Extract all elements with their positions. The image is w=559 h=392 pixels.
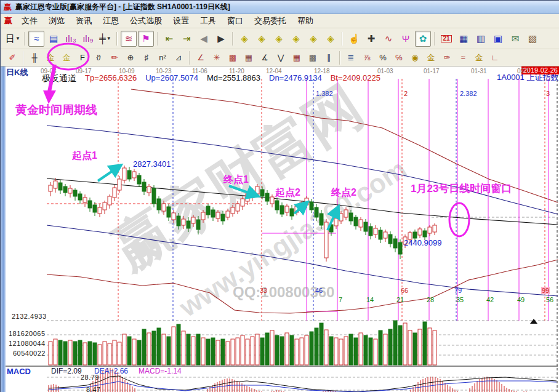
n-square-tool-icon: n² [159,54,166,62]
volume-bar [147,333,151,365]
prev-bar-button[interactable]: ◀ [196,31,212,47]
brush-flag-tool-button[interactable]: ✑ [440,51,454,65]
volume-bar [280,337,284,365]
hand-tool-icon: ☝ [348,34,360,43]
gann-grid-tool-button[interactable]: ▦ [241,51,256,65]
volume-bar [374,339,377,365]
toolbar-separator [339,51,340,65]
mirror-angle-tool-icon: ⊿ [175,54,182,62]
toolbar-separator [434,32,435,46]
spiral-tool-button[interactable]: ϑ [91,51,106,65]
menu-help[interactable]: 帮助 [292,14,319,28]
ruler-tool-button[interactable]: ♯ [139,51,154,65]
gann-box-tool-button[interactable]: ▩ [225,51,240,65]
volume-bar [211,338,215,365]
volume-bar [418,329,422,365]
save-button[interactable]: ▣ [490,31,506,47]
main-view-button[interactable]: ⚑ [138,31,154,47]
period-selector-button[interactable]: 日▼ [5,31,21,47]
volume-bar [329,337,333,365]
cycle-center-button[interactable]: ◈ [305,31,321,47]
angle-line-tool-button[interactable]: ∡ [257,51,272,65]
golden-circle-tool-button[interactable]: ◉ [408,51,422,65]
fibonacci-tool-button[interactable]: F [75,51,90,65]
candle-body [310,202,313,210]
zigzag-tool-button[interactable]: ⋁ [273,51,288,65]
crosshair-tool-button[interactable]: ✚ [363,31,379,47]
candle-body [354,217,358,226]
kline-type-button[interactable]: ╪▼ [97,31,113,47]
kline-type-icon: ╪ [99,34,106,43]
printer-button[interactable]: ▧ [525,31,541,47]
gann-fan-tool-button[interactable]: ∠ [193,51,208,65]
gann-wave-button[interactable]: ≋ [121,31,137,47]
volume-bar [157,328,161,365]
candle-body [63,186,67,193]
eraser-pen-button[interactable]: ✐ [5,51,20,65]
menu-gann[interactable]: 江恩 [97,14,124,28]
candle-body [58,183,62,190]
parallel-tool-button[interactable]: ∥ [321,51,336,65]
menu-news[interactable]: 资讯 [70,14,97,28]
golden-line-tool-icon: 金 [427,54,435,62]
price-list-tool-button[interactable]: ≣ [344,51,358,65]
candle-body [349,213,353,221]
info-panel-button[interactable]: ▤ [46,31,62,47]
cycle-left-button[interactable]: ◈ [236,31,252,47]
candle-body [236,204,239,211]
menu-tools[interactable]: 工具 [195,14,222,28]
menu-browse[interactable]: 浏览 [43,14,70,28]
menu-formula-stock-pick[interactable]: 公式选股 [124,14,167,28]
golden-line-tool-button[interactable]: 金 [424,51,438,65]
angle-base-tool-button[interactable]: ∟ [488,51,502,65]
next-bar-button[interactable]: ▶ [213,31,229,47]
band-tool-button[interactable]: Ψ [398,31,414,47]
wave-band-tool-icon: ≈ [460,54,465,62]
volume-bar [191,337,195,365]
period-selector-icon: 日 [6,34,15,43]
last-page-button[interactable]: ⇥ [179,31,195,47]
calendar-button[interactable]: 21 [438,31,454,47]
circle-tool-button[interactable]: ⊕ [123,51,138,65]
gann-web-tool-button[interactable]: ✳ [209,51,224,65]
candle-body [191,217,195,223]
mirror-angle-tool-button[interactable]: ⊿ [171,51,186,65]
grid-dark-tool-button[interactable]: ▩ [305,51,320,65]
hand-tool-button[interactable]: ☝ [346,31,362,47]
golden-cycle-tool-button[interactable]: 金 [43,51,58,65]
notes-button[interactable]: ▥ [473,31,489,47]
vol-chart-3-button[interactable]: ılı₃ [63,31,79,47]
cycle-compress-button[interactable]: ◈ [288,31,304,47]
golden-underline-tool-button[interactable]: 金 [472,51,486,65]
calculator-button[interactable]: ▦ [456,31,472,47]
marker-pen-button[interactable]: ✏ [107,51,122,65]
menu-window[interactable]: 窗口 [222,14,249,28]
candle-body [413,232,417,238]
volume-bar [63,342,67,365]
window-titlebar[interactable]: 赢 赢家江恩专业版[赢家服务平台] - [上证指数 SH1A0001-119日K… [1,1,559,14]
mail-button[interactable]: ✉ [507,31,523,47]
menu-file[interactable]: 文件 [16,14,43,28]
wave-band-tool-button[interactable]: ≈ [456,51,470,65]
grid-tool-button[interactable]: ▦ [289,51,304,65]
cycle-right-button[interactable]: ◈ [254,31,270,47]
circle-tool-icon: ⊕ [127,54,134,62]
golden-ratio-tool-button[interactable]: 金 [59,51,74,65]
volume-bar [364,335,368,365]
cycle-all-button[interactable]: ◈ [323,31,339,47]
menu-trade-order[interactable]: 交易委托 [249,14,292,28]
chart-canvas[interactable] [1,66,559,392]
n-square-tool-button[interactable]: n² [155,51,170,65]
menu-settings[interactable]: 设置 [167,14,195,28]
candle-body [280,206,284,214]
h-line-tool-button[interactable]: ╫ [27,51,42,65]
volume-bar [354,338,358,365]
first-page-button[interactable]: ⇤ [161,31,177,47]
chart-area[interactable]: 赢家财富网 www.yingjia360.com QQ:100800360 日K… [1,66,559,392]
vol-chart-9-button[interactable]: ılı₉ [80,31,96,47]
candle-body [201,212,205,220]
fan-tool-button[interactable]: ✿ [415,31,431,47]
cyan-annotation-arrow [98,165,121,181]
trend-chart-button[interactable]: ≈ [28,31,44,47]
cycle-expand-button[interactable]: ◈ [271,31,287,47]
